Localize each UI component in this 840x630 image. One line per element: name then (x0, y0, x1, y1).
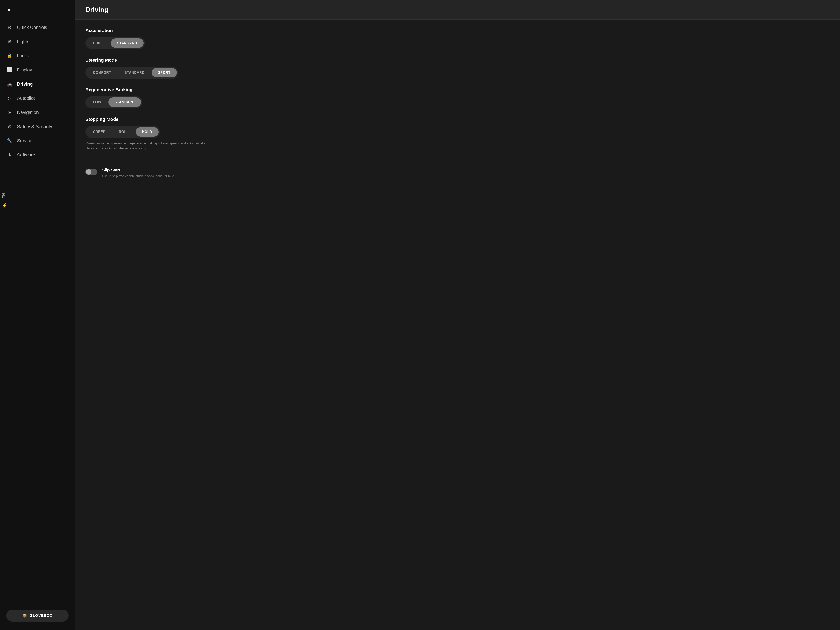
sidebar-item-locks[interactable]: 🔒 Locks (0, 49, 75, 63)
stopping-mode-section: Stopping Mode CREEP ROLL HOLD Maximizes … (85, 117, 830, 151)
glovebox-icon: 📦 (22, 613, 27, 618)
section-divider (85, 159, 830, 159)
quick-controls-icon: ⊙ (6, 24, 13, 31)
sidebar-item-driving[interactable]: 🚗 Driving (0, 77, 75, 91)
stopping-creep-button[interactable]: CREEP (87, 127, 112, 137)
sidebar-item-label-lights: Lights (17, 39, 29, 44)
slip-start-text: Slip Start Use to help free vehicle stuc… (102, 168, 174, 178)
sidebar-item-quick-controls[interactable]: ⊙ Quick Controls (0, 21, 75, 35)
stopping-mode-title: Stopping Mode (85, 117, 830, 122)
sidebar-item-label-safety-security: Safety & Security (17, 124, 52, 129)
sidebar-item-label-locks: Locks (17, 53, 29, 58)
regenerative-braking-title: Regenerative Braking (85, 87, 830, 93)
bolt-icon: ⚡ (2, 202, 8, 208)
sidebar-item-lights[interactable]: ✳ Lights (0, 35, 75, 49)
steering-comfort-button[interactable]: COMFORT (87, 68, 117, 77)
steering-mode-title: Steering Mode (85, 57, 830, 63)
sidebar-footer: 📦 GLOVEBOX (0, 605, 75, 626)
glovebox-label: GLOVEBOX (30, 614, 52, 618)
sidebar-item-label-software: Software (17, 152, 35, 158)
steering-mode-toggle-group: COMFORT STANDARD SPORT (85, 67, 178, 79)
glovebox-button[interactable]: 📦 GLOVEBOX (6, 609, 68, 622)
sidebar-item-service[interactable]: 🔧 Service (0, 134, 75, 148)
locks-icon: 🔒 (6, 52, 13, 59)
main-content: Driving Acceleration CHILL STANDARD Stee… (75, 0, 840, 630)
close-button[interactable]: × (6, 6, 12, 14)
steering-mode-section: Steering Mode COMFORT STANDARD SPORT (85, 57, 830, 79)
sidebar-item-label-autopilot: Autopilot (17, 96, 35, 101)
acceleration-standard-button[interactable]: STANDARD (111, 38, 144, 48)
sidebar-item-autopilot[interactable]: ◎ Autopilot (0, 91, 75, 106)
sidebar-item-label-navigation: Navigation (17, 110, 39, 115)
safety-security-icon: ⊘ (6, 123, 13, 130)
autopilot-icon: ◎ (6, 95, 13, 102)
lights-icon: ✳ (6, 38, 13, 45)
stopping-roll-button[interactable]: ROLL (112, 127, 135, 137)
slip-start-section: Slip Start Use to help free vehicle stuc… (85, 168, 830, 178)
sidebar-item-navigation[interactable]: ➤ Navigation (0, 106, 75, 120)
sidebar-item-display[interactable]: ⬜ Display (0, 63, 75, 77)
acceleration-title: Acceleration (85, 28, 830, 33)
slip-start-row: Slip Start Use to help free vehicle stuc… (85, 168, 830, 178)
acceleration-section: Acceleration CHILL STANDARD (85, 28, 830, 49)
steering-standard-button[interactable]: STANDARD (118, 68, 151, 77)
acceleration-chill-button[interactable]: CHILL (87, 38, 110, 48)
regen-standard-button[interactable]: STANDARD (108, 98, 141, 107)
sidebar-nav: ⊙ Quick Controls ✳ Lights 🔒 Locks ⬜ Disp… (0, 18, 75, 605)
sidebar-item-safety-security[interactable]: ⊘ Safety & Security (0, 120, 75, 134)
software-icon: ⬇ (6, 152, 13, 158)
slip-start-description: Use to help free vehicle stuck in snow, … (102, 174, 174, 178)
slip-start-title: Slip Start (102, 168, 174, 172)
regen-low-button[interactable]: LOW (87, 98, 107, 107)
regenerative-braking-section: Regenerative Braking LOW STANDARD (85, 87, 830, 108)
driving-icon: 🚗 (6, 81, 13, 87)
service-icon: 🔧 (6, 137, 13, 144)
acceleration-toggle-group: CHILL STANDARD (85, 37, 145, 49)
stopping-mode-description: Maximizes range by extending regenerativ… (85, 141, 206, 151)
slip-start-toggle[interactable] (85, 169, 97, 175)
edge-label: EN (2, 193, 8, 198)
left-edge: EN ⚡ (0, 189, 9, 213)
navigation-icon: ➤ (6, 109, 13, 116)
content-area: Acceleration CHILL STANDARD Steering Mod… (75, 20, 840, 195)
sidebar-item-label-driving: Driving (17, 82, 33, 87)
sidebar-header: × (0, 4, 75, 18)
sidebar-item-software[interactable]: ⬇ Software (0, 148, 75, 162)
page-title: Driving (85, 6, 830, 14)
stopping-mode-toggle-group: CREEP ROLL HOLD (85, 126, 160, 138)
stopping-hold-button[interactable]: HOLD (136, 127, 158, 137)
sidebar: × ⊙ Quick Controls ✳ Lights 🔒 Locks ⬜ Di… (0, 0, 75, 630)
steering-sport-button[interactable]: SPORT (152, 68, 177, 77)
page-header: Driving (75, 0, 840, 20)
display-icon: ⬜ (6, 67, 13, 73)
sidebar-item-label-display: Display (17, 67, 32, 73)
regenerative-braking-toggle-group: LOW STANDARD (85, 96, 142, 108)
sidebar-item-label-service: Service (17, 138, 32, 144)
sidebar-item-label-quick-controls: Quick Controls (17, 25, 47, 30)
